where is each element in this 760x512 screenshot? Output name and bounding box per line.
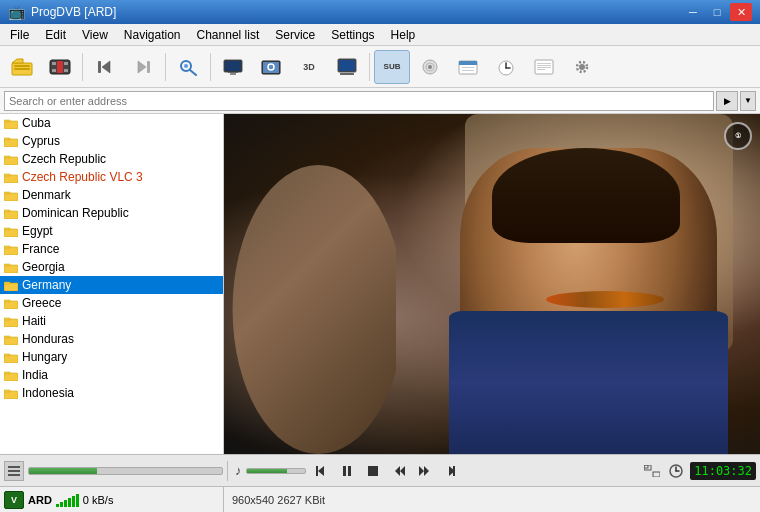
svg-rect-80 bbox=[316, 466, 318, 476]
channel-item-czech-vlc[interactable]: Czech Republic VLC 3 bbox=[0, 168, 223, 186]
close-button[interactable]: ✕ bbox=[730, 3, 752, 21]
search-go-button[interactable]: ▶ bbox=[716, 91, 738, 111]
svg-rect-31 bbox=[459, 61, 477, 65]
svg-rect-71 bbox=[4, 354, 10, 356]
svg-marker-86 bbox=[419, 466, 424, 476]
person-hair bbox=[492, 148, 680, 243]
menu-channel-list[interactable]: Channel list bbox=[189, 26, 268, 44]
channel-name: Denmark bbox=[22, 188, 71, 202]
channel-item-indonesia[interactable]: Indonesia bbox=[0, 384, 223, 402]
channel-item-hungary[interactable]: Hungary bbox=[0, 348, 223, 366]
signal-bar-1 bbox=[56, 504, 59, 507]
next-track-button[interactable] bbox=[440, 460, 462, 482]
svg-rect-45 bbox=[4, 120, 10, 122]
timer-button[interactable] bbox=[488, 50, 524, 84]
minimize-button[interactable]: ─ bbox=[682, 3, 704, 21]
stop-button[interactable] bbox=[362, 460, 384, 482]
status-right: 960x540 2627 KBit bbox=[224, 494, 760, 506]
channel-item-dominican[interactable]: Dominican Republic bbox=[0, 204, 223, 222]
svg-marker-85 bbox=[400, 466, 405, 476]
info-button[interactable] bbox=[526, 50, 562, 84]
channel-item-denmark[interactable]: Denmark bbox=[0, 186, 223, 204]
menu-view[interactable]: View bbox=[74, 26, 116, 44]
bitrate-display: 0 kB/s bbox=[83, 494, 114, 506]
channel-watermark: ① bbox=[724, 122, 752, 150]
svg-rect-81 bbox=[343, 466, 346, 476]
svg-point-28 bbox=[428, 65, 432, 69]
svg-rect-49 bbox=[4, 156, 10, 158]
channel-item-egypt[interactable]: Egypt bbox=[0, 222, 223, 240]
photo-button[interactable] bbox=[253, 50, 289, 84]
clock-icon[interactable] bbox=[666, 461, 686, 481]
film-button[interactable] bbox=[42, 50, 78, 84]
subtitle-button[interactable]: SUB bbox=[374, 50, 410, 84]
gear-button[interactable] bbox=[564, 50, 600, 84]
3d-button[interactable]: 3D bbox=[291, 50, 327, 84]
back-button[interactable] bbox=[87, 50, 123, 84]
prev-track-button[interactable] bbox=[388, 460, 410, 482]
go-icon: ▶ bbox=[724, 96, 731, 106]
signal-bar-4 bbox=[68, 498, 71, 507]
menu-service[interactable]: Service bbox=[267, 26, 323, 44]
menu-settings[interactable]: Settings bbox=[323, 26, 382, 44]
channel-item-honduras[interactable]: Honduras bbox=[0, 330, 223, 348]
svg-rect-8 bbox=[64, 69, 68, 72]
search-dropdown-button[interactable]: ▼ bbox=[740, 91, 756, 111]
svg-rect-26 bbox=[340, 73, 354, 75]
aspect-ratio-icon[interactable] bbox=[642, 461, 662, 481]
svg-rect-51 bbox=[4, 174, 10, 176]
pause-button[interactable] bbox=[336, 460, 358, 482]
maximize-button[interactable]: □ bbox=[706, 3, 728, 21]
forward-button[interactable] bbox=[125, 50, 161, 84]
monitor-button[interactable] bbox=[215, 50, 251, 84]
folder-icon bbox=[4, 279, 18, 291]
svg-marker-1 bbox=[12, 59, 23, 63]
channel-item-cuba[interactable]: Cuba bbox=[0, 114, 223, 132]
search-bar: ▶ ▼ bbox=[0, 88, 760, 114]
channel-item-germany[interactable]: Germany bbox=[0, 276, 223, 294]
menu-help[interactable]: Help bbox=[383, 26, 424, 44]
channel-list[interactable]: Cuba Cyprus Czech Republic Czech Republi… bbox=[0, 114, 224, 454]
list-view-button[interactable] bbox=[4, 461, 24, 481]
folder-icon bbox=[4, 297, 18, 309]
svg-rect-39 bbox=[537, 65, 551, 66]
sep3 bbox=[210, 53, 211, 81]
dvd-button[interactable] bbox=[412, 50, 448, 84]
svg-rect-57 bbox=[4, 228, 10, 230]
tv-settings-button[interactable] bbox=[329, 50, 365, 84]
svg-rect-41 bbox=[537, 69, 545, 70]
channel-name: Cuba bbox=[22, 116, 51, 130]
menu-edit[interactable]: Edit bbox=[37, 26, 74, 44]
channel-item-india[interactable]: India bbox=[0, 366, 223, 384]
folder-icon bbox=[4, 189, 18, 201]
schedule-button[interactable] bbox=[450, 50, 486, 84]
svg-rect-40 bbox=[537, 67, 551, 68]
svg-rect-92 bbox=[653, 472, 660, 477]
menu-navigation[interactable]: Navigation bbox=[116, 26, 189, 44]
menu-bar: File Edit View Navigation Channel list S… bbox=[0, 24, 760, 46]
svg-rect-53 bbox=[4, 192, 10, 194]
search-button[interactable] bbox=[170, 50, 206, 84]
search-input[interactable] bbox=[4, 91, 714, 111]
folder-icon bbox=[4, 261, 18, 273]
channel-name: France bbox=[22, 242, 59, 256]
svg-marker-10 bbox=[102, 61, 110, 73]
video-frame: ① bbox=[224, 114, 760, 454]
open-button[interactable] bbox=[4, 50, 40, 84]
channel-item-greece[interactable]: Greece bbox=[0, 294, 223, 312]
volume-slider[interactable] bbox=[246, 468, 306, 474]
svg-line-15 bbox=[190, 70, 196, 75]
menu-file[interactable]: File bbox=[2, 26, 37, 44]
channel-name: Egypt bbox=[22, 224, 53, 238]
channel-name: Indonesia bbox=[22, 386, 74, 400]
channel-item-haiti[interactable]: Haiti bbox=[0, 312, 223, 330]
channel-item-france[interactable]: France bbox=[0, 240, 223, 258]
skip-to-beginning-button[interactable] bbox=[310, 460, 332, 482]
next-frame-button[interactable] bbox=[414, 460, 436, 482]
channel-item-georgia[interactable]: Georgia bbox=[0, 258, 223, 276]
channel-item-cyprus[interactable]: Cyprus bbox=[0, 132, 223, 150]
channel-name: Haiti bbox=[22, 314, 46, 328]
sep1 bbox=[82, 53, 83, 81]
seek-bar[interactable] bbox=[28, 467, 223, 475]
channel-item-czech[interactable]: Czech Republic bbox=[0, 150, 223, 168]
